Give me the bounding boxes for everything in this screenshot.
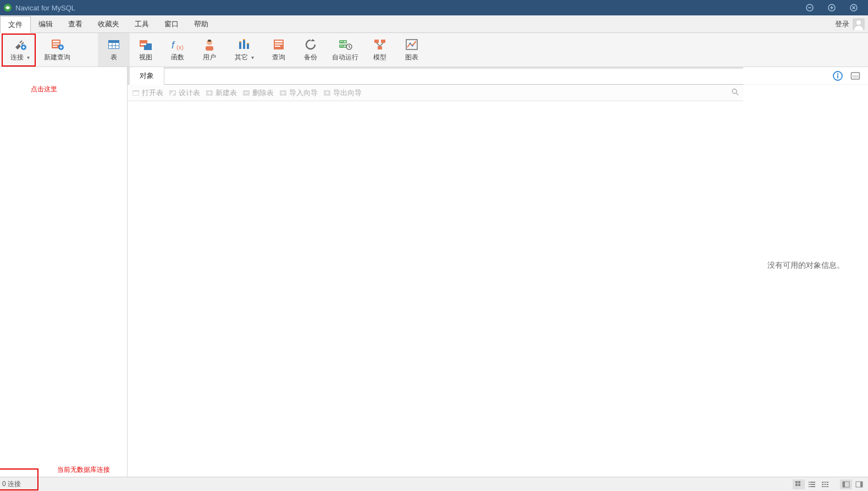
btn-design-table[interactable]: 设计表 [169,88,200,98]
view-list-icon[interactable] [806,479,818,489]
tool-others[interactable]: 其它 ▾ [225,33,263,67]
obj-btn-label: 设计表 [179,88,200,98]
svg-rect-49 [378,46,382,49]
title-bar: Navicat for MySQL [0,0,868,15]
btn-open-table[interactable]: 打开表 [132,88,163,98]
layout-left-icon[interactable] [840,479,852,489]
menu-label: 帮助 [194,19,208,29]
svg-text:f: f [172,40,175,51]
backup-icon [303,37,318,52]
svg-rect-15 [53,46,57,47]
menu-label: 文件 [8,20,23,30]
info-info-icon[interactable] [833,71,843,81]
svg-rect-69 [837,75,838,78]
svg-rect-41 [275,46,280,47]
tool-connection[interactable]: 连接 ▾ [1,36,38,63]
close-button[interactable] [843,4,865,12]
svg-rect-79 [810,484,815,485]
svg-rect-74 [795,484,798,486]
view-detail-icon[interactable] [819,479,831,489]
info-empty-message: 没有可用的对象信息。 [767,261,844,271]
obj-btn-label: 删除表 [252,88,274,98]
search-icon[interactable] [731,88,739,97]
new-query-icon [49,37,65,52]
tool-label: 备份 [304,53,317,62]
svg-rect-31 [208,40,211,42]
svg-rect-81 [810,486,815,487]
svg-rect-48 [381,40,385,43]
btn-import-wizard[interactable]: 导入向导 [279,88,318,98]
schedule-icon [338,37,353,52]
info-ddl-icon[interactable]: DDL [850,71,860,81]
menu-help[interactable]: 帮助 [186,15,216,32]
tool-new-query[interactable]: 新建查询 [38,36,76,63]
tool-backup[interactable]: 备份 [295,33,327,67]
tool-user[interactable]: 用户 [193,33,225,67]
main-panel: 对象 打开表 设计表 新建表 删除表 导入向导 [128,67,743,477]
tool-view[interactable]: 视图 [130,33,162,67]
annotation-no-db-conn: 当前无数据库连接 [57,465,110,475]
maximize-button[interactable] [821,4,843,12]
svg-text:(x): (x) [176,44,184,51]
svg-line-46 [349,47,350,48]
svg-rect-13 [53,41,59,42]
tool-label: 图表 [405,53,418,62]
tool-query[interactable]: 查询 [263,33,295,67]
svg-rect-75 [798,484,800,486]
menu-view[interactable]: 查看 [60,15,90,32]
query-icon [271,37,286,52]
menu-window[interactable]: 窗口 [157,15,186,32]
tab-objects[interactable]: 对象 [130,67,164,85]
tool-label: 用户 [203,53,216,62]
menu-edit[interactable]: 编辑 [31,15,60,32]
menu-file[interactable]: 文件 [0,16,31,33]
others-icon [236,37,252,52]
tool-schedule[interactable]: 自动运行 [327,33,364,67]
svg-point-54 [412,45,413,47]
minimize-button[interactable] [799,4,821,12]
tool-label: 其它 [235,53,248,62]
app-title: Navicat for MySQL [15,4,75,12]
obj-btn-label: 新建表 [215,88,237,98]
btn-new-table[interactable]: 新建表 [206,88,237,98]
object-toolbar: 打开表 设计表 新建表 删除表 导入向导 导出向导 [128,85,743,101]
view-grid-icon[interactable] [793,479,805,489]
svg-rect-82 [822,482,828,483]
chevron-down-icon: ▾ [25,54,30,60]
svg-rect-83 [822,484,828,485]
menu-label: 编辑 [38,19,53,29]
tool-table[interactable]: 表 [98,33,130,67]
tab-address-bar[interactable] [164,69,743,85]
svg-rect-77 [810,482,815,483]
svg-rect-78 [809,484,810,485]
tool-function[interactable]: f(x) 函数 [162,33,193,67]
obj-btn-label: 打开表 [142,88,163,98]
svg-rect-26 [141,43,146,45]
svg-rect-90 [860,482,863,487]
tool-label: 视图 [139,53,152,62]
svg-rect-76 [809,482,810,483]
annotation-click-here: 点击这里 [31,85,57,94]
svg-rect-73 [798,481,800,483]
svg-point-53 [410,43,411,45]
svg-line-66 [736,93,738,95]
object-list-area[interactable] [128,101,743,477]
menu-tools[interactable]: 工具 [127,15,157,32]
menu-label: 查看 [68,19,82,29]
obj-btn-label: 导入向导 [289,88,318,98]
layout-right-icon[interactable] [853,479,865,489]
tab-label: 对象 [140,71,154,81]
menu-favorites[interactable]: 收藏夹 [90,15,127,32]
connection-tree-sidebar[interactable]: 点击这里 当前无数据库连接 [0,67,128,477]
btn-delete-table[interactable]: 删除表 [242,88,274,98]
login-area[interactable]: 登录 [832,15,868,32]
chart-icon [404,37,419,52]
svg-rect-56 [133,92,139,95]
svg-rect-40 [275,43,283,45]
svg-rect-14 [53,43,59,45]
tool-model[interactable]: 模型 [364,33,396,67]
tool-chart[interactable]: 图表 [396,33,428,67]
btn-export-wizard[interactable]: 导出向导 [323,88,362,98]
svg-line-50 [377,43,380,46]
main-toolbar: 连接 ▾ 新建查询 表 视图 f(x) 函数 [0,33,868,67]
